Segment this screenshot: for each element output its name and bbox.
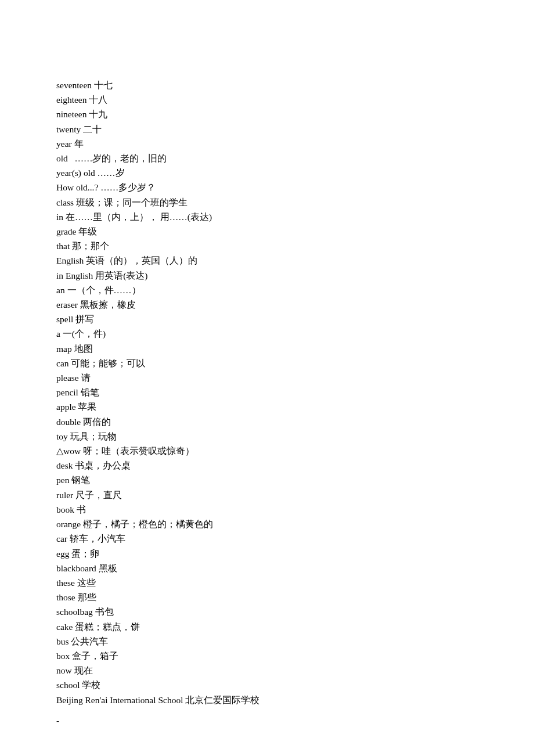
vocabulary-entry: orange 橙子，橘子；橙色的；橘黄色的 (56, 517, 474, 531)
vocabulary-entry: cake 蛋糕；糕点，饼 (56, 620, 474, 634)
vocabulary-entry: a 一(个，件) (56, 326, 474, 341)
footer-dash: - (56, 715, 59, 726)
vocabulary-entry: △wow 呀；哇（表示赞叹或惊奇） (56, 444, 474, 458)
vocabulary-entry: now 现在 (56, 663, 474, 678)
vocabulary-entry: year 年 (56, 136, 474, 151)
vocabulary-entry: desk 书桌，办公桌 (56, 458, 474, 473)
vocabulary-entry: double 两倍的 (56, 415, 474, 429)
vocabulary-entry: pen 钢笔 (56, 473, 474, 487)
vocabulary-entry: that 那；那个 (56, 239, 474, 253)
vocabulary-entry: those 那些 (56, 590, 474, 604)
vocabulary-entry: these 这些 (56, 575, 474, 590)
vocabulary-entry: spell 拼写 (56, 312, 474, 326)
vocabulary-entry: apple 苹果 (56, 399, 474, 414)
vocabulary-entry: English 英语（的），英国（人）的 (56, 253, 474, 268)
vocabulary-entry: twenty 二十 (56, 122, 474, 136)
vocabulary-entry: pencil 铅笔 (56, 385, 474, 399)
vocabulary-entry: an 一（个，件……） (56, 283, 474, 297)
vocabulary-entry: grade 年级 (56, 224, 474, 239)
vocabulary-entry: can 可能；能够；可以 (56, 356, 474, 370)
vocabulary-entry: car 轿车，小汽车 (56, 531, 474, 546)
vocabulary-entry: egg 蛋；卵 (56, 546, 474, 561)
vocabulary-entry: old ……岁的，老的，旧的 (56, 151, 474, 165)
vocabulary-entry: blackboard 黑板 (56, 561, 474, 575)
vocabulary-entry: please 请 (56, 370, 474, 385)
vocabulary-entry: school 学校 (56, 678, 474, 692)
vocabulary-entry: eraser 黑板擦，橡皮 (56, 297, 474, 312)
vocabulary-entry: in 在……里（内，上）， 用……(表达) (56, 210, 474, 224)
vocabulary-list: seventeen 十七eighteen 十八nineteen 十九twenty… (56, 78, 474, 707)
vocabulary-entry: Beijing Ren'ai International School 北京仁爱… (56, 693, 474, 707)
vocabulary-entry: How old...? ……多少岁？ (56, 180, 474, 195)
vocabulary-entry: book 书 (56, 502, 474, 517)
vocabulary-entry: eighteen 十八 (56, 92, 474, 107)
vocabulary-entry: schoolbag 书包 (56, 604, 474, 619)
vocabulary-entry: class 班级；课；同一个班的学生 (56, 195, 474, 210)
vocabulary-entry: year(s) old ……岁 (56, 165, 474, 180)
vocabulary-entry: toy 玩具；玩物 (56, 429, 474, 444)
vocabulary-entry: in English 用英语(表达) (56, 268, 474, 283)
vocabulary-entry: nineteen 十九 (56, 107, 474, 121)
vocabulary-entry: ruler 尺子，直尺 (56, 488, 474, 502)
vocabulary-entry: bus 公共汽车 (56, 634, 474, 649)
vocabulary-entry: map 地图 (56, 341, 474, 356)
vocabulary-entry: seventeen 十七 (56, 78, 474, 92)
vocabulary-entry: box 盒子，箱子 (56, 649, 474, 663)
